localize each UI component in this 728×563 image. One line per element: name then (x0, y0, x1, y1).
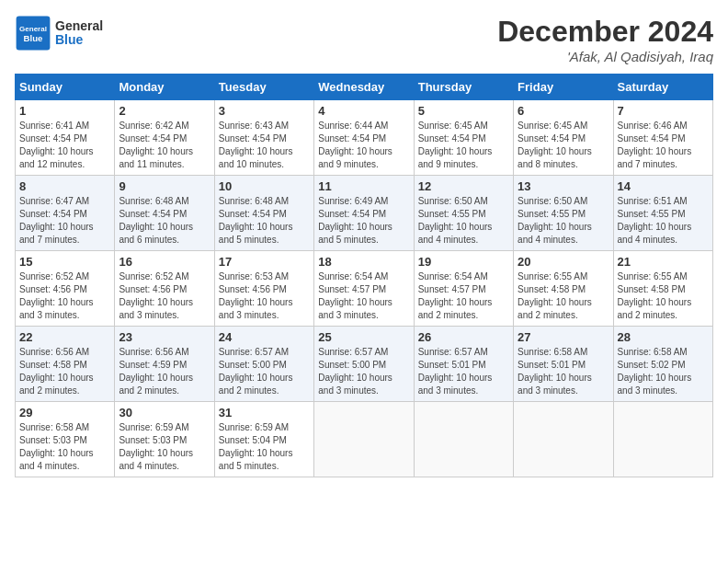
calendar-cell: 8 Sunrise: 6:47 AM Sunset: 4:54 PM Dayli… (16, 176, 115, 251)
calendar-cell: 3 Sunrise: 6:43 AM Sunset: 4:54 PM Dayli… (214, 100, 313, 176)
day-number: 10 (219, 179, 310, 193)
day-info: Sunrise: 6:52 AM Sunset: 4:56 PM Dayligh… (119, 270, 210, 322)
day-number: 11 (318, 179, 409, 193)
day-header-saturday: Saturday (613, 75, 712, 100)
calendar-cell: 16 Sunrise: 6:52 AM Sunset: 4:56 PM Dayl… (115, 251, 214, 327)
calendar-cell: 21 Sunrise: 6:55 AM Sunset: 4:58 PM Dayl… (613, 251, 712, 327)
day-info: Sunrise: 6:46 AM Sunset: 4:54 PM Dayligh… (618, 120, 709, 171)
day-info: Sunrise: 6:57 AM Sunset: 5:01 PM Dayligh… (418, 346, 509, 397)
day-info: Sunrise: 6:56 AM Sunset: 4:58 PM Dayligh… (19, 346, 110, 397)
header: General Blue General Blue December 2024 … (15, 15, 713, 64)
day-info: Sunrise: 6:58 AM Sunset: 5:03 PM Dayligh… (19, 421, 110, 473)
calendar-week-1: 1 Sunrise: 6:41 AM Sunset: 4:54 PM Dayli… (16, 100, 713, 176)
day-number: 4 (318, 104, 409, 118)
day-number: 3 (219, 104, 310, 118)
calendar-cell: 20 Sunrise: 6:55 AM Sunset: 4:58 PM Dayl… (514, 251, 613, 327)
calendar-cell: 23 Sunrise: 6:56 AM Sunset: 4:59 PM Dayl… (115, 327, 214, 402)
day-number: 13 (518, 179, 609, 193)
day-number: 2 (119, 104, 210, 118)
day-info: Sunrise: 6:50 AM Sunset: 4:55 PM Dayligh… (518, 195, 609, 247)
day-info: Sunrise: 6:56 AM Sunset: 4:59 PM Dayligh… (119, 346, 210, 397)
day-info: Sunrise: 6:54 AM Sunset: 4:57 PM Dayligh… (418, 270, 509, 322)
day-info: Sunrise: 6:51 AM Sunset: 4:55 PM Dayligh… (618, 195, 709, 247)
svg-text:Blue: Blue (24, 33, 43, 43)
day-number: 7 (618, 104, 709, 118)
day-number: 20 (518, 255, 609, 269)
subtitle: 'Afak, Al Qadisiyah, Iraq (497, 49, 713, 64)
day-number: 26 (418, 330, 509, 344)
calendar-week-5: 29 Sunrise: 6:58 AM Sunset: 5:03 PM Dayl… (16, 402, 713, 477)
calendar-header-row: SundayMondayTuesdayWednesdayThursdayFrid… (16, 75, 713, 100)
day-number: 24 (219, 330, 310, 344)
day-info: Sunrise: 6:45 AM Sunset: 4:54 PM Dayligh… (418, 120, 509, 171)
day-number: 12 (418, 179, 509, 193)
day-info: Sunrise: 6:44 AM Sunset: 4:54 PM Dayligh… (318, 120, 409, 171)
calendar-cell: 4 Sunrise: 6:44 AM Sunset: 4:54 PM Dayli… (314, 100, 414, 176)
calendar-cell (414, 402, 513, 477)
calendar-cell: 13 Sunrise: 6:50 AM Sunset: 4:55 PM Dayl… (514, 176, 613, 251)
day-number: 16 (119, 255, 210, 269)
day-number: 1 (19, 104, 110, 118)
day-number: 25 (318, 330, 409, 344)
calendar-cell: 29 Sunrise: 6:58 AM Sunset: 5:03 PM Dayl… (16, 402, 115, 477)
day-number: 22 (19, 330, 110, 344)
calendar-cell: 2 Sunrise: 6:42 AM Sunset: 4:54 PM Dayli… (115, 100, 214, 176)
calendar-week-3: 15 Sunrise: 6:52 AM Sunset: 4:56 PM Dayl… (16, 251, 713, 327)
day-number: 6 (518, 104, 609, 118)
day-info: Sunrise: 6:59 AM Sunset: 5:04 PM Dayligh… (219, 421, 310, 473)
logo: General Blue General Blue (15, 15, 103, 52)
calendar-cell: 5 Sunrise: 6:45 AM Sunset: 4:54 PM Dayli… (414, 100, 513, 176)
day-info: Sunrise: 6:58 AM Sunset: 5:01 PM Dayligh… (518, 346, 609, 397)
day-info: Sunrise: 6:45 AM Sunset: 4:54 PM Dayligh… (518, 120, 609, 171)
calendar-cell: 9 Sunrise: 6:48 AM Sunset: 4:54 PM Dayli… (115, 176, 214, 251)
calendar-cell: 1 Sunrise: 6:41 AM Sunset: 4:54 PM Dayli… (16, 100, 115, 176)
day-number: 17 (219, 255, 310, 269)
day-info: Sunrise: 6:42 AM Sunset: 4:54 PM Dayligh… (119, 120, 210, 171)
calendar-cell (314, 402, 414, 477)
day-number: 19 (418, 255, 509, 269)
day-number: 5 (418, 104, 509, 118)
calendar-cell: 7 Sunrise: 6:46 AM Sunset: 4:54 PM Dayli… (613, 100, 712, 176)
calendar-week-2: 8 Sunrise: 6:47 AM Sunset: 4:54 PM Dayli… (16, 176, 713, 251)
day-info: Sunrise: 6:54 AM Sunset: 4:57 PM Dayligh… (318, 270, 409, 322)
logo-blue-text: Blue (55, 33, 103, 47)
day-info: Sunrise: 6:52 AM Sunset: 4:56 PM Dayligh… (19, 270, 110, 322)
day-info: Sunrise: 6:53 AM Sunset: 4:56 PM Dayligh… (219, 270, 310, 322)
day-info: Sunrise: 6:57 AM Sunset: 5:00 PM Dayligh… (219, 346, 310, 397)
day-info: Sunrise: 6:50 AM Sunset: 4:55 PM Dayligh… (418, 195, 509, 247)
day-info: Sunrise: 6:41 AM Sunset: 4:54 PM Dayligh… (19, 120, 110, 171)
day-number: 18 (318, 255, 409, 269)
logo-icon: General Blue (15, 15, 51, 52)
day-number: 15 (19, 255, 110, 269)
calendar-cell: 26 Sunrise: 6:57 AM Sunset: 5:01 PM Dayl… (414, 327, 513, 402)
day-info: Sunrise: 6:49 AM Sunset: 4:54 PM Dayligh… (318, 195, 409, 247)
day-info: Sunrise: 6:57 AM Sunset: 5:00 PM Dayligh… (318, 346, 409, 397)
day-number: 31 (219, 406, 310, 419)
day-info: Sunrise: 6:47 AM Sunset: 4:54 PM Dayligh… (19, 195, 110, 247)
day-header-thursday: Thursday (414, 75, 513, 100)
day-number: 27 (518, 330, 609, 344)
calendar-cell: 10 Sunrise: 6:48 AM Sunset: 4:54 PM Dayl… (214, 176, 313, 251)
calendar-cell: 24 Sunrise: 6:57 AM Sunset: 5:00 PM Dayl… (214, 327, 313, 402)
day-number: 30 (119, 406, 210, 419)
day-info: Sunrise: 6:55 AM Sunset: 4:58 PM Dayligh… (618, 270, 709, 322)
day-info: Sunrise: 6:48 AM Sunset: 4:54 PM Dayligh… (219, 195, 310, 247)
calendar-cell: 15 Sunrise: 6:52 AM Sunset: 4:56 PM Dayl… (16, 251, 115, 327)
day-number: 21 (618, 255, 709, 269)
calendar-cell: 11 Sunrise: 6:49 AM Sunset: 4:54 PM Dayl… (314, 176, 414, 251)
calendar-cell: 30 Sunrise: 6:59 AM Sunset: 5:03 PM Dayl… (115, 402, 214, 477)
day-number: 9 (119, 179, 210, 193)
title-area: December 2024 'Afak, Al Qadisiyah, Iraq (497, 15, 713, 64)
day-number: 23 (119, 330, 210, 344)
day-number: 8 (19, 179, 110, 193)
day-number: 14 (618, 179, 709, 193)
day-info: Sunrise: 6:55 AM Sunset: 4:58 PM Dayligh… (518, 270, 609, 322)
day-header-tuesday: Tuesday (214, 75, 313, 100)
calendar-cell: 28 Sunrise: 6:58 AM Sunset: 5:02 PM Dayl… (613, 327, 712, 402)
calendar-table: SundayMondayTuesdayWednesdayThursdayFrid… (15, 74, 713, 477)
day-info: Sunrise: 6:43 AM Sunset: 4:54 PM Dayligh… (219, 120, 310, 171)
calendar-cell: 31 Sunrise: 6:59 AM Sunset: 5:04 PM Dayl… (214, 402, 313, 477)
calendar-cell (514, 402, 613, 477)
day-info: Sunrise: 6:59 AM Sunset: 5:03 PM Dayligh… (119, 421, 210, 473)
day-header-monday: Monday (115, 75, 214, 100)
